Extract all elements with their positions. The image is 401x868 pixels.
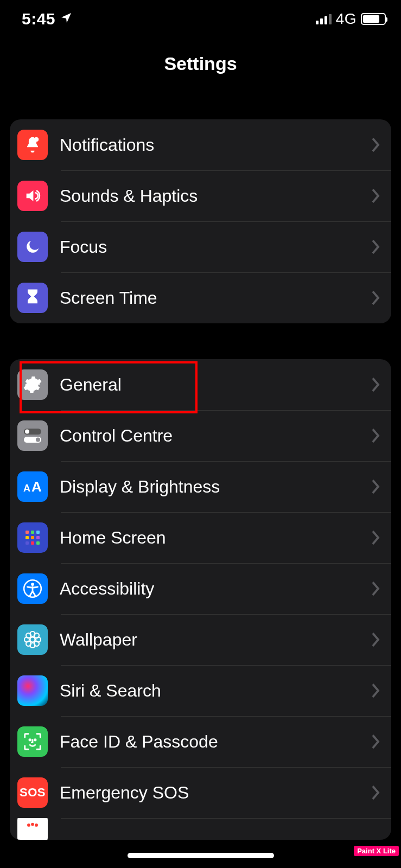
settings-group-2: General Control Centre AA Display & Brig… xyxy=(10,359,391,840)
settings-row-emergency-sos[interactable]: SOS Emergency SOS xyxy=(10,767,391,818)
header: Settings xyxy=(0,38,401,92)
row-label: Face ID & Passcode xyxy=(60,732,371,752)
row-label: Siri & Search xyxy=(60,681,371,701)
row-label: Accessibility xyxy=(60,579,371,599)
settings-group-1: Notifications Sounds & Haptics Focus Scr… xyxy=(10,119,391,323)
sos-icon: SOS xyxy=(17,777,48,808)
status-bar: 5:45 4G xyxy=(0,0,401,38)
svg-rect-9 xyxy=(36,531,40,534)
svg-point-27 xyxy=(24,682,41,699)
settings-row-home-screen[interactable]: Home Screen xyxy=(10,512,391,563)
settings-list: Notifications Sounds & Haptics Focus Scr… xyxy=(0,92,401,840)
cellular-signal-icon xyxy=(316,14,332,24)
svg-text:A: A xyxy=(31,478,42,495)
svg-point-0 xyxy=(34,137,39,142)
flower-icon xyxy=(17,624,48,655)
svg-point-28 xyxy=(29,739,31,741)
row-label: Control Centre xyxy=(60,426,371,446)
svg-point-4 xyxy=(36,438,40,442)
row-label: Wallpaper xyxy=(60,630,371,650)
toggles-icon xyxy=(17,420,48,451)
svg-rect-7 xyxy=(26,531,29,534)
svg-text:A: A xyxy=(23,483,30,494)
hourglass-icon xyxy=(17,283,48,313)
chevron-right-icon xyxy=(371,478,380,495)
svg-rect-15 xyxy=(36,541,40,545)
row-label: Display & Brightness xyxy=(60,477,371,497)
settings-row-control-centre[interactable]: Control Centre xyxy=(10,410,391,461)
svg-rect-13 xyxy=(26,541,29,545)
page-title: Settings xyxy=(164,53,237,74)
chevron-right-icon xyxy=(371,784,380,801)
svg-point-29 xyxy=(34,739,36,741)
chevron-right-icon xyxy=(371,631,380,648)
chevron-right-icon xyxy=(371,290,380,306)
svg-rect-12 xyxy=(36,536,40,539)
chevron-right-icon xyxy=(371,188,380,204)
speaker-icon xyxy=(17,181,48,211)
grid-icon xyxy=(17,522,48,553)
settings-row-screen-time[interactable]: Screen Time xyxy=(10,272,391,323)
chevron-right-icon xyxy=(371,529,380,546)
chevron-right-icon xyxy=(371,580,380,597)
row-label: Focus xyxy=(60,237,371,257)
battery-icon xyxy=(361,13,386,25)
watermark: Paint X Lite xyxy=(354,846,399,856)
row-label: Notifications xyxy=(60,135,371,155)
svg-point-31 xyxy=(31,823,34,826)
svg-point-17 xyxy=(31,583,34,586)
settings-row-general[interactable]: General xyxy=(10,359,391,410)
siri-icon xyxy=(17,675,48,706)
home-indicator[interactable] xyxy=(128,853,274,858)
row-label: Emergency SOS xyxy=(60,783,371,803)
row-label: Sounds & Haptics xyxy=(60,186,371,206)
row-label: General xyxy=(60,375,371,395)
svg-rect-11 xyxy=(31,536,34,539)
chevron-right-icon xyxy=(371,239,380,255)
svg-point-30 xyxy=(27,824,30,827)
settings-row-display-brightness[interactable]: AA Display & Brightness xyxy=(10,461,391,512)
chevron-right-icon xyxy=(371,376,380,393)
svg-rect-8 xyxy=(31,531,34,534)
svg-point-2 xyxy=(25,430,29,434)
svg-point-18 xyxy=(30,637,35,642)
svg-point-32 xyxy=(35,824,38,827)
status-right: 4G xyxy=(316,10,386,28)
status-time: 5:45 xyxy=(22,10,55,28)
settings-row-accessibility[interactable]: Accessibility xyxy=(10,563,391,614)
health-icon xyxy=(17,818,48,840)
settings-row-faceid-passcode[interactable]: Face ID & Passcode xyxy=(10,716,391,767)
settings-row-notifications[interactable]: Notifications xyxy=(10,119,391,170)
gear-icon xyxy=(17,369,48,400)
chevron-right-icon xyxy=(371,682,380,699)
chevron-right-icon xyxy=(371,733,380,750)
location-icon xyxy=(60,11,73,27)
moon-icon xyxy=(17,232,48,262)
svg-rect-10 xyxy=(26,536,29,539)
row-label: Screen Time xyxy=(60,288,371,308)
faceid-icon xyxy=(17,726,48,757)
settings-row-siri-search[interactable]: Siri & Search xyxy=(10,665,391,716)
text-size-icon: AA xyxy=(17,471,48,502)
settings-row-focus[interactable]: Focus xyxy=(10,221,391,272)
chevron-right-icon xyxy=(371,137,380,153)
network-label: 4G xyxy=(336,10,357,28)
accessibility-icon xyxy=(17,573,48,604)
bell-icon xyxy=(17,130,48,160)
settings-row-wallpaper[interactable]: Wallpaper xyxy=(10,614,391,665)
chevron-right-icon xyxy=(371,427,380,444)
svg-rect-14 xyxy=(31,541,34,545)
settings-row-partial[interactable] xyxy=(10,818,391,840)
status-left: 5:45 xyxy=(22,10,73,28)
row-label: Home Screen xyxy=(60,528,371,548)
settings-row-sounds-haptics[interactable]: Sounds & Haptics xyxy=(10,170,391,221)
